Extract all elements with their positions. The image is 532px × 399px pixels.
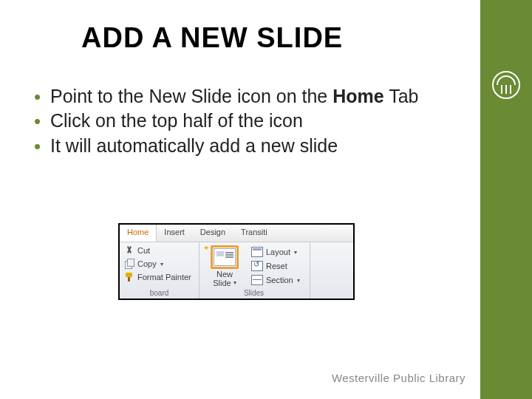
section-icon (251, 275, 263, 285)
section-label: Section (266, 276, 293, 284)
format-painter-button[interactable]: Format Painter (124, 272, 194, 282)
powerpoint-ribbon-screenshot: Home Insert Design Transiti Cut Copy ▾ (118, 223, 355, 300)
slides-group-label: Slides (202, 287, 305, 297)
sparkle-icon: ✦ (203, 244, 209, 252)
brand-sidebar (480, 0, 532, 399)
dropdown-icon: ▾ (294, 249, 297, 256)
layout-icon (251, 247, 263, 257)
copy-icon (124, 259, 134, 269)
paintbrush-icon (124, 272, 134, 282)
bullet-text: It will automatically add a new slide (50, 135, 338, 156)
layout-label: Layout (266, 248, 290, 256)
reset-button[interactable]: Reset (251, 261, 300, 271)
new-slide-label-1: New (216, 270, 233, 279)
section-button[interactable]: Section ▾ (251, 275, 300, 285)
scissors-icon (124, 245, 134, 256)
cut-button[interactable]: Cut (124, 245, 194, 256)
bullet-text: Point to the New Slide icon on the (50, 86, 332, 106)
library-logo-icon (491, 70, 521, 100)
slide-title: ADD A NEW SLIDE (81, 22, 343, 54)
bullet-text: Tab (384, 86, 419, 106)
layout-button[interactable]: Layout ▾ (251, 247, 300, 257)
new-slide-icon[interactable] (214, 248, 236, 266)
reset-icon (251, 261, 263, 271)
bullet-item: Click on the top half of the icon (30, 109, 443, 132)
copy-label: Copy (137, 259, 157, 268)
footer-brand: Westerville Public Library (332, 372, 466, 384)
copy-button[interactable]: Copy ▾ (124, 259, 194, 269)
bullet-item: Point to the New Slide icon on the Home … (30, 85, 443, 108)
reset-label: Reset (266, 262, 287, 270)
cut-label: Cut (137, 246, 150, 255)
slides-group: ✦ New Slide ▾ (200, 242, 310, 299)
new-slide-highlight (211, 245, 239, 269)
dropdown-icon: ▾ (160, 261, 163, 267)
bullet-item: It will automatically add a new slide (30, 134, 443, 157)
bullet-bold: Home (332, 86, 383, 106)
tab-home[interactable]: Home (120, 225, 157, 242)
new-slide-button[interactable]: New Slide ▾ (213, 270, 236, 287)
format-painter-label: Format Painter (137, 273, 191, 282)
new-slide-label-2: Slide (213, 279, 231, 288)
tab-transitions[interactable]: Transiti (233, 225, 276, 242)
bullet-text: Click on the top half of the icon (50, 110, 303, 131)
bullet-list: Point to the New Slide icon on the Home … (30, 85, 443, 159)
dropdown-icon: ▾ (297, 277, 300, 284)
dropdown-icon[interactable]: ▾ (233, 280, 236, 286)
clipboard-group: Cut Copy ▾ Format Painter board (120, 242, 200, 299)
clipboard-group-label: board (124, 287, 194, 297)
tab-design[interactable]: Design (193, 225, 233, 242)
ribbon-tabs: Home Insert Design Transiti (120, 225, 353, 242)
tab-insert[interactable]: Insert (157, 225, 193, 242)
